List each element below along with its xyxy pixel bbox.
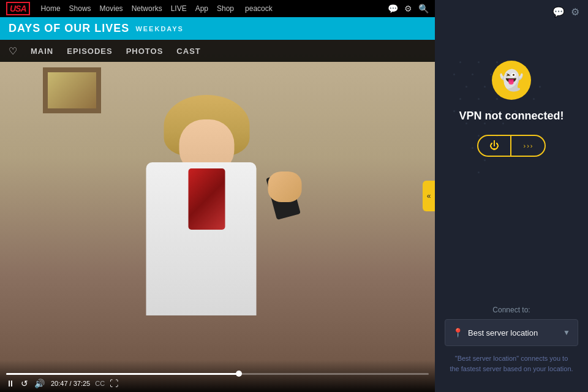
show-title: DAYS OF OUR LIVES bbox=[9, 22, 129, 35]
volume-button[interactable]: 🔊 bbox=[34, 379, 45, 388]
controls-right: 20:47 / 37:25 CC ⛶ bbox=[51, 379, 118, 388]
rewind-button[interactable]: ↺ bbox=[21, 379, 28, 388]
play-pause-button[interactable]: ⏸ bbox=[6, 379, 15, 388]
vpn-status: VPN not connected! bbox=[459, 110, 564, 123]
nav-app[interactable]: App bbox=[195, 4, 208, 13]
vpn-info-text: "Best server location" connects you to t… bbox=[445, 353, 578, 374]
wall-picture bbox=[43, 67, 101, 113]
vpn-panel: 💬 ⚙ « 👻 VPN not connected! ⏻ › › › Conne… bbox=[435, 0, 588, 392]
caption-icon[interactable]: 💬 bbox=[388, 4, 398, 13]
vpn-power-button[interactable]: ⏻ bbox=[477, 135, 511, 157]
person-silhouette bbox=[100, 83, 314, 358]
nav-live[interactable]: LIVE bbox=[171, 4, 187, 13]
nav-shop[interactable]: Shop bbox=[217, 4, 234, 13]
vpn-location-pin-icon: 📍 bbox=[453, 328, 463, 337]
sub-nav-cast[interactable]: CAST bbox=[176, 47, 200, 56]
progress-thumb bbox=[236, 371, 242, 377]
vpn-location-dropdown[interactable]: 📍 Best server location ▼ bbox=[445, 319, 578, 346]
vpn-collapse-arrow-icon: « bbox=[427, 192, 431, 200]
search-icon[interactable]: 🔍 bbox=[418, 4, 429, 13]
vpn-connect-label: Connect to: bbox=[445, 306, 578, 314]
vpn-fast-connect-button[interactable]: › › › bbox=[511, 135, 546, 157]
vpn-dropdown-arrow-icon: ▼ bbox=[563, 328, 570, 337]
vpn-arrow-3: › bbox=[530, 142, 533, 149]
peacock-logo: peacock bbox=[245, 4, 273, 13]
vpn-location-text: Best server location bbox=[468, 328, 558, 337]
top-nav-links: Home Shows Movies Networks LIVE App Shop… bbox=[41, 4, 273, 13]
progress-bar-container[interactable] bbox=[0, 373, 435, 375]
nav-shows[interactable]: Shows bbox=[69, 4, 91, 13]
vpn-message-icon[interactable]: 💬 bbox=[552, 6, 565, 18]
vpn-top-icons: 💬 ⚙ bbox=[435, 0, 588, 24]
video-controls: ⏸ ↺ 🔊 20:47 / 37:25 CC ⛶ bbox=[0, 360, 435, 392]
show-title-bar: DAYS OF OUR LIVES WEEKDAYS bbox=[0, 17, 435, 40]
top-nav: USA Home Shows Movies Networks LIVE App … bbox=[0, 0, 435, 17]
nav-home[interactable]: Home bbox=[41, 4, 61, 13]
vpn-arrow-2: › bbox=[527, 142, 529, 149]
subtitles-button[interactable]: CC bbox=[95, 380, 105, 387]
fullscreen-button[interactable]: ⛶ bbox=[110, 379, 118, 388]
settings-icon[interactable]: ⚙ bbox=[404, 4, 412, 13]
progress-fill bbox=[6, 373, 239, 375]
vpn-buttons-row: ⏻ › › › bbox=[477, 135, 546, 157]
website-overlay: USA Home Shows Movies Networks LIVE App … bbox=[0, 0, 435, 62]
vpn-ghost-icon: 👻 bbox=[499, 70, 524, 90]
nav-movies[interactable]: Movies bbox=[100, 4, 123, 13]
sub-nav-photos[interactable]: PHOTOS bbox=[126, 47, 164, 56]
show-schedule: WEEKDAYS bbox=[135, 25, 184, 32]
vpn-collapse-tab[interactable]: « bbox=[423, 181, 435, 211]
vpn-connect-section: Connect to: 📍 Best server location ▼ "Be… bbox=[435, 306, 588, 374]
sub-nav-links: MAIN EPISODES PHOTOS CAST bbox=[31, 47, 201, 56]
vpn-settings-icon[interactable]: ⚙ bbox=[571, 6, 579, 18]
vpn-logo: 👻 bbox=[492, 61, 531, 100]
sub-nav-episodes[interactable]: EPISODES bbox=[67, 47, 112, 56]
sub-nav: ♡ MAIN EPISODES PHOTOS CAST bbox=[0, 40, 435, 62]
sub-nav-main[interactable]: MAIN bbox=[31, 47, 53, 56]
usa-logo: USA bbox=[6, 2, 30, 15]
time-display: 20:47 / 37:25 bbox=[51, 380, 90, 387]
vpn-power-icon: ⏻ bbox=[489, 140, 499, 151]
vpn-arrow-1: › bbox=[523, 142, 526, 149]
controls-row: ⏸ ↺ 🔊 20:47 / 37:25 CC ⛶ bbox=[0, 379, 435, 388]
progress-track[interactable] bbox=[6, 373, 429, 375]
favorite-icon[interactable]: ♡ bbox=[9, 45, 17, 57]
nav-networks[interactable]: Networks bbox=[132, 4, 162, 13]
